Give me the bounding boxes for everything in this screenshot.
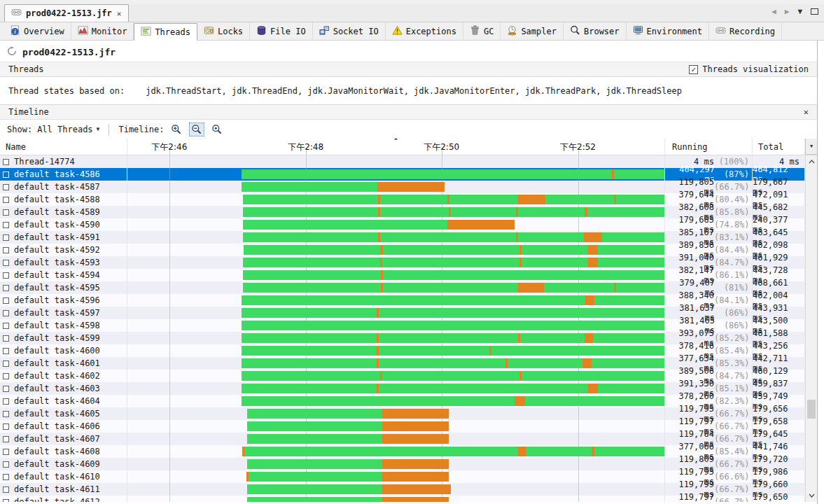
scroll-up-icon[interactable] <box>806 156 817 167</box>
blocked-bar <box>447 195 449 204</box>
blocked-bar <box>489 346 491 356</box>
zoom-out-button[interactable] <box>189 122 204 136</box>
view-tab-gc[interactable]: GC <box>463 22 501 40</box>
thread-name: default task-4596 <box>14 295 100 305</box>
thread-checkbox[interactable] <box>3 449 9 455</box>
thread-checkbox[interactable] <box>3 247 9 253</box>
thread-checkbox[interactable] <box>3 461 9 468</box>
column-header-running[interactable]: Running <box>665 139 753 155</box>
running-percent: (66.7%) <box>714 434 749 444</box>
thread-timeline-cell <box>127 218 665 231</box>
thread-checkbox[interactable] <box>3 348 9 354</box>
threads-visualization-label: Threads visualization <box>702 64 809 74</box>
thread-checkbox[interactable] <box>3 323 9 329</box>
thread-name: default task-4595 <box>14 283 100 293</box>
timeline-gridline <box>169 470 170 483</box>
thread-timeline-cell <box>127 407 665 420</box>
thread-checkbox[interactable] <box>3 360 9 367</box>
scroll-down-icon[interactable] <box>806 490 817 501</box>
view-tab-environment[interactable]: Environment <box>627 22 709 40</box>
thread-name: default task-4607 <box>14 434 100 444</box>
running-percent: (84.7%) <box>714 371 749 381</box>
running-bar <box>247 409 382 419</box>
running-bar <box>242 396 664 406</box>
threads-visualization-checkbox[interactable]: ✓ <box>689 65 698 74</box>
thread-row[interactable]: default task-4612119,797 ms(66.7%)179,65… <box>0 496 817 502</box>
thread-timeline-cell <box>127 307 665 319</box>
thread-checkbox[interactable] <box>3 172 9 178</box>
view-tab-sampler[interactable]: Sampler <box>501 22 564 40</box>
thread-checkbox[interactable] <box>3 197 9 203</box>
timeline-gridline <box>169 332 170 344</box>
thread-checkbox[interactable] <box>3 386 9 392</box>
blocked-bar <box>449 207 451 217</box>
thread-checkbox[interactable] <box>3 335 9 342</box>
thread-checkbox[interactable] <box>3 222 9 228</box>
nav-back-icon[interactable]: ◀ <box>771 7 776 16</box>
thread-name: Thread-14774 <box>14 157 75 167</box>
zoom-reset-button[interactable] <box>209 122 225 136</box>
timeline-gridline <box>169 193 170 206</box>
timeline-gridline <box>578 470 579 483</box>
thread-checkbox[interactable] <box>3 260 9 266</box>
thread-checkbox[interactable] <box>3 184 9 190</box>
view-menu-icon[interactable]: ▼ <box>797 7 802 16</box>
column-header-total[interactable]: Total <box>753 139 805 155</box>
thread-checkbox[interactable] <box>3 209 9 216</box>
view-tab-exceptions[interactable]: !Exceptions <box>386 22 463 40</box>
thread-checkbox[interactable] <box>3 424 9 430</box>
recording-icon <box>715 25 726 38</box>
view-tab-recording[interactable]: Recording <box>709 22 782 40</box>
thread-checkbox[interactable] <box>3 499 9 503</box>
thread-checkbox[interactable] <box>3 398 9 405</box>
thread-name: default task-4612 <box>14 497 100 502</box>
nav-forward-icon[interactable]: ▶ <box>785 7 790 16</box>
view-tab-overview[interactable]: iOverview <box>4 22 71 40</box>
running-bar <box>247 484 382 494</box>
vertical-scrollbar[interactable] <box>805 155 817 502</box>
thread-checkbox[interactable] <box>3 159 9 165</box>
scrollbar-thumb[interactable] <box>807 400 816 419</box>
thread-checkbox[interactable] <box>3 298 9 304</box>
thread-timeline-cell <box>127 483 665 496</box>
column-menu-button[interactable]: ▼ <box>805 139 817 155</box>
view-tab-socket-io[interactable]: Socket IO <box>313 22 386 40</box>
maximize-icon[interactable] <box>811 8 818 15</box>
thread-timeline-cell <box>127 344 665 357</box>
environment-icon <box>633 25 643 38</box>
thread-checkbox[interactable] <box>3 234 9 241</box>
running-bar <box>242 346 664 356</box>
blocked-bar <box>378 195 380 204</box>
blocked-bar <box>516 232 518 242</box>
zoom-group-label: Timeline: <box>118 125 164 134</box>
page-title: prod0422-1513.jfr <box>22 47 116 57</box>
blocked-bar <box>382 409 449 419</box>
view-tab-file-io[interactable]: File IO <box>250 22 313 40</box>
view-tab-threads[interactable]: Threads <box>134 23 197 41</box>
thread-checkbox[interactable] <box>3 436 9 442</box>
thread-name: default task-4597 <box>14 308 100 318</box>
column-header-name[interactable]: Name <box>0 139 127 155</box>
thread-checkbox[interactable] <box>3 272 9 279</box>
show-threads-dropdown[interactable]: All Threads ▼ <box>37 125 99 134</box>
editor-tab[interactable]: prod0422-1513.jfr ✕ <box>4 4 129 22</box>
timeline-gridline <box>169 168 170 181</box>
view-tab-browser[interactable]: Browser <box>564 22 627 40</box>
thread-checkbox[interactable] <box>3 411 9 417</box>
view-tab-locks[interactable]: Locks <box>197 22 250 40</box>
thread-checkbox[interactable] <box>3 486 9 493</box>
tab-close-icon[interactable]: ✕ <box>116 9 123 18</box>
view-tab-monitor[interactable]: Monitor <box>71 22 134 40</box>
thread-checkbox[interactable] <box>3 285 9 291</box>
thread-timeline-cell <box>127 332 665 344</box>
thread-checkbox[interactable] <box>3 474 9 480</box>
timeline-close-icon[interactable]: ✕ <box>804 107 809 117</box>
thread-checkbox[interactable] <box>3 310 9 316</box>
blocked-bar <box>382 497 449 502</box>
time-tick-mark <box>442 150 442 155</box>
timeline-gridline <box>578 407 579 420</box>
zoom-in-button[interactable] <box>169 122 184 136</box>
thread-checkbox[interactable] <box>3 373 9 379</box>
running-bar <box>243 220 447 230</box>
thread-timeline-cell <box>127 155 665 168</box>
